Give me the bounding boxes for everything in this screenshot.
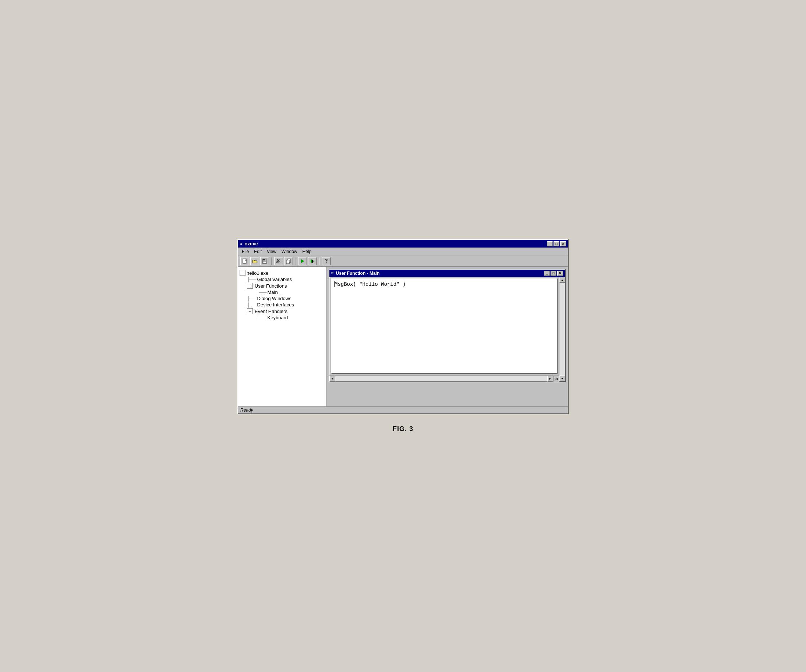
- page-wrapper: ≈ ozexe _ □ ✕ File Edit View Window Help: [237, 239, 569, 433]
- menu-bar: File Edit View Window Help: [238, 247, 568, 256]
- tree-label-event-handlers: Event Handlers: [255, 309, 287, 314]
- toolbar-separator-3: [319, 257, 320, 265]
- svg-marker-10: [301, 259, 304, 263]
- new-button[interactable]: [240, 257, 249, 265]
- tree-label-dialog-windows: Dialog Windows: [257, 296, 291, 301]
- close-button[interactable]: ✕: [560, 241, 566, 246]
- inner-window: ≈ User Function - Main _ □ ✕: [329, 269, 566, 382]
- tree-item-keyboard[interactable]: └── Keyboard: [239, 315, 324, 321]
- h-scroll-track: [335, 376, 547, 381]
- code-content: MsgBox( "Hello World" ): [335, 282, 406, 287]
- tree-label-keyboard: Keyboard: [268, 315, 288, 320]
- cut-button[interactable]: [274, 257, 283, 265]
- tree-label-user-functions: User Functions: [255, 283, 287, 289]
- status-bar: Ready: [238, 407, 568, 413]
- maximize-button[interactable]: □: [553, 241, 560, 246]
- main-content: − hello1.exe ├── Global Variables − User…: [238, 267, 568, 407]
- user-functions-expander[interactable]: −: [247, 283, 253, 289]
- event-handlers-expander[interactable]: −: [247, 308, 253, 314]
- tree-label-device-interfaces: Device Interfaces: [257, 302, 294, 308]
- svg-rect-0: [243, 259, 246, 264]
- tree-label-main: Main: [268, 290, 278, 295]
- inner-app-icon: ≈: [331, 271, 334, 276]
- tree-root-label: hello1.exe: [246, 270, 268, 276]
- svg-point-6: [276, 262, 278, 263]
- inner-maximize-button[interactable]: □: [551, 271, 557, 276]
- minimize-button[interactable]: _: [547, 241, 553, 246]
- app-icon: ≈: [240, 241, 243, 246]
- connector-7: └──: [257, 315, 267, 320]
- tree-label-global-variables: Global Variables: [257, 277, 292, 282]
- horizontal-scrollbar[interactable]: ◀ ▶ ⊿: [329, 376, 559, 381]
- tree-item-dialog-windows[interactable]: ├── Dialog Windows: [239, 295, 324, 301]
- inner-minimize-button[interactable]: _: [544, 271, 550, 276]
- menu-file[interactable]: File: [239, 248, 251, 255]
- svg-rect-9: [286, 260, 289, 264]
- menu-window[interactable]: Window: [279, 248, 300, 255]
- resize-corner[interactable]: ⊿: [553, 376, 559, 382]
- inner-window-title: User Function - Main: [336, 271, 380, 276]
- help-button[interactable]: ?: [322, 257, 331, 265]
- inner-title-buttons: _ □ ✕: [544, 271, 563, 276]
- toolbar-separator-2: [295, 257, 296, 265]
- svg-rect-2: [263, 259, 265, 260]
- tree-item-main[interactable]: └── Main: [239, 289, 324, 295]
- tree-item-global-variables[interactable]: ├── Global Variables: [239, 276, 324, 282]
- connector-4: ├──: [247, 296, 256, 301]
- tree-item-event-handlers[interactable]: − Event Handlers: [239, 308, 324, 315]
- connector-3: └──: [257, 290, 267, 295]
- main-title-bar: ≈ ozexe _ □ ✕: [238, 240, 568, 247]
- scroll-up-button[interactable]: ▲: [560, 277, 565, 283]
- toolbar: ?: [238, 256, 568, 267]
- scroll-right-button[interactable]: ▶: [547, 376, 553, 382]
- connector-1: ├──: [247, 277, 256, 282]
- menu-help[interactable]: Help: [300, 248, 314, 255]
- debug-button[interactable]: [308, 257, 317, 265]
- open-button[interactable]: [250, 257, 259, 265]
- save-button[interactable]: [260, 257, 269, 265]
- svg-point-7: [279, 262, 280, 263]
- editor-area: ≈ User Function - Main _ □ ✕: [327, 267, 568, 407]
- title-bar-buttons: _ □ ✕: [547, 241, 566, 246]
- v-scroll-track: [560, 283, 565, 376]
- toolbar-separator-1: [271, 257, 272, 265]
- code-line-1: MsgBox( "Hello World" ): [334, 282, 555, 287]
- inner-close-button[interactable]: ✕: [557, 271, 563, 276]
- menu-view[interactable]: View: [264, 248, 279, 255]
- tree-panel: − hello1.exe ├── Global Variables − User…: [238, 267, 327, 407]
- svg-rect-3: [263, 262, 266, 263]
- run-button[interactable]: [298, 257, 307, 265]
- root-expander[interactable]: −: [239, 270, 246, 276]
- main-window: ≈ ozexe _ □ ✕ File Edit View Window Help: [237, 239, 569, 414]
- title-bar-left: ≈ ozexe: [240, 241, 258, 246]
- tree-root[interactable]: − hello1.exe: [239, 270, 324, 276]
- figure-caption: FIG. 3: [393, 425, 413, 433]
- code-area-wrapper: MsgBox( "Hello World" ) ◀ ▶ ⊿: [329, 277, 559, 381]
- inner-title-left: ≈ User Function - Main: [331, 271, 380, 276]
- inner-title-bar: ≈ User Function - Main _ □ ✕: [329, 270, 565, 277]
- vertical-scrollbar[interactable]: ▲ ▼: [559, 277, 565, 381]
- status-text: Ready: [240, 408, 253, 413]
- scroll-left-button[interactable]: ◀: [329, 376, 335, 382]
- tree-item-user-functions[interactable]: − User Functions: [239, 282, 324, 289]
- scroll-down-button[interactable]: ▼: [560, 376, 565, 381]
- tree-item-device-interfaces[interactable]: ├── Device Interfaces: [239, 301, 324, 308]
- code-editor[interactable]: MsgBox( "Hello World" ): [331, 278, 558, 374]
- menu-edit[interactable]: Edit: [252, 248, 264, 255]
- connector-5: ├──: [247, 302, 256, 308]
- app-title: ozexe: [245, 241, 258, 246]
- copy-button[interactable]: [284, 257, 293, 265]
- inner-content: MsgBox( "Hello World" ) ◀ ▶ ⊿: [329, 277, 565, 381]
